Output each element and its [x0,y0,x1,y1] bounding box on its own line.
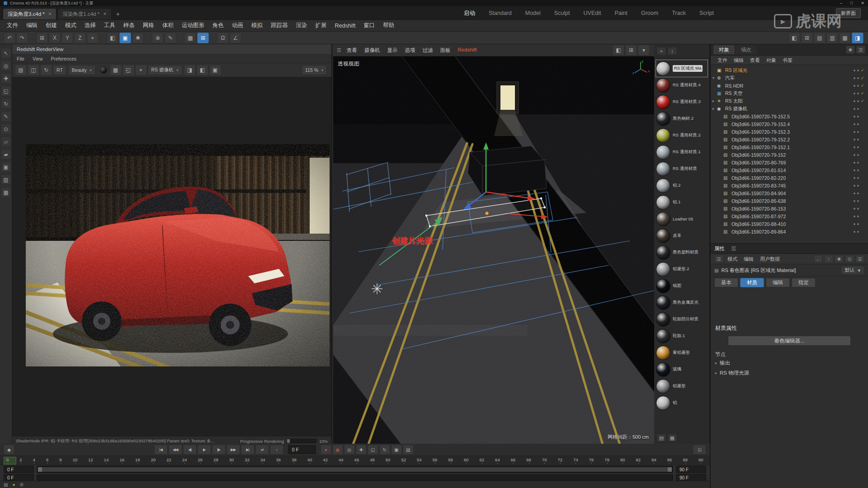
viewport-menu-item[interactable]: Redshift [454,47,480,54]
render-settings-icon[interactable]: ✱ [132,33,144,43]
expand-icon[interactable]: ▸ [712,99,717,103]
editor-visibility-dot[interactable] [854,192,855,194]
object-row[interactable]: ▣ RS 区域光 ✓ [712,66,866,74]
viewport-menu-item[interactable]: 过滤 [419,47,436,54]
add-spline-icon[interactable]: ✎ [165,33,176,43]
next-key-button[interactable]: ▶▶ [226,445,240,455]
menubar-item[interactable]: 创建 [42,22,61,29]
object-row[interactable]: ▦ RS 天空 ✓ [712,89,866,97]
attribute-tab[interactable]: 指定 [792,278,816,287]
editor-visibility-dot[interactable] [854,231,855,233]
preview-range-slider[interactable] [37,466,673,473]
viewport-menu-item[interactable]: 摄像机 [361,47,384,54]
measure-tool-icon[interactable]: ∠ [230,33,241,43]
editor-visibility-dot[interactable] [854,85,855,87]
material-preview-sphere[interactable] [656,95,670,109]
object-row[interactable]: ▧ Obj3d66-1590720-85-638 [712,197,866,205]
new-ui-button[interactable]: 新界面 [836,8,861,18]
autokey-button[interactable]: ◉ [332,445,343,455]
layout-tab[interactable]: 启动 [464,9,475,17]
model-mode-icon[interactable]: ▣ [1,162,11,172]
render-visibility-dot[interactable] [857,131,859,133]
range-start-handle[interactable] [38,467,42,472]
maximize-button[interactable]: □ [850,1,853,5]
attribute-menu-item[interactable]: 模式 [724,256,741,263]
z-axis-toggle[interactable]: Z [74,33,86,43]
status-ok-icon[interactable]: ● [12,482,15,487]
camera-dropdown[interactable]: RS 摄像机 ▾ [148,65,182,75]
object-menu-item[interactable]: 查看 [747,57,763,64]
material-item[interactable]: 铝 [656,394,708,411]
viewport-label[interactable]: 透视视图 [338,60,359,68]
material-item[interactable]: 玻璃 [656,361,708,378]
render-visibility-dot[interactable] [857,200,859,202]
material-grid-view-icon[interactable]: ▦ [668,434,677,442]
attribute-menu-icon[interactable]: ☰ [714,255,723,263]
render-visibility-dot[interactable] [857,116,859,117]
menubar-item[interactable]: 角色 [208,22,228,29]
object-row[interactable]: ▧ Obj3d66-1590720-79-152.5 [712,113,866,120]
object-filter-icon[interactable]: ☰ [856,46,865,54]
attribute-tab[interactable]: 编辑 [766,278,790,287]
workplane-mode-icon[interactable]: ▦ [1,187,11,197]
range-start-field[interactable]: 0 F [4,466,34,473]
material-item[interactable]: 黄铝菱形 [656,344,708,361]
material-item[interactable]: RS 通用材质.4 [656,77,708,94]
object-row[interactable]: ▧ Obj3d66-1590720-79-152.3 [712,128,866,136]
editor-visibility-dot[interactable] [854,162,855,164]
editor-visibility-dot[interactable] [854,93,855,94]
move-tool-icon[interactable]: ✚ [1,73,11,84]
minimize-button[interactable]: – [840,1,842,5]
material-preview-sphere[interactable] [656,78,670,93]
menubar-item[interactable]: 帮助 [379,22,398,29]
render-visibility-dot[interactable] [857,154,859,156]
object-row[interactable]: ▧ Obj3d66-1590720-79-152.2 [712,136,866,143]
status-layout-icon[interactable]: ▤ [4,482,8,487]
object-row[interactable]: ▧ Obj3d66-1590720-80-769 [712,159,866,166]
zoom-dropdown[interactable]: 115 % ▾ [302,65,327,75]
document-tab[interactable]: 渲染角度3.c4d * ✕ [3,8,57,19]
menubar-item[interactable]: 渲染 [292,22,311,29]
prev-frame-button[interactable]: ◀| [183,445,197,455]
add-primitive-icon[interactable]: ⊕ [152,33,164,43]
viewport-menu-item[interactable]: 面板 [436,47,454,54]
material-preview-sphere[interactable] [656,128,670,143]
object-menu-item[interactable]: 对象 [763,57,779,64]
object-row[interactable]: ▧ Obj3d66-1590720-87-972 [712,212,866,220]
attr-back-icon[interactable]: ← [814,255,823,263]
object-enabled-check[interactable]: ✓ [859,68,866,73]
next-frame-button[interactable]: |▶ [212,445,226,455]
copy-image-icon[interactable]: ◫ [28,65,39,75]
editor-visibility-dot[interactable] [854,200,855,202]
material-item[interactable]: 黑色塑料材质 [656,244,708,261]
layout-single-view-icon[interactable]: ◧ [788,33,800,43]
close-tab-icon[interactable]: ✕ [103,12,107,16]
layout-tab[interactable]: Track [672,10,686,16]
editor-visibility-dot[interactable] [854,223,855,225]
attr-search-icon[interactable]: ✱ [835,255,844,263]
material-item[interactable]: 铝菱形 [656,378,708,394]
last-tool-icon[interactable]: ✎ [1,111,11,122]
render-visibility-dot[interactable] [857,192,859,194]
material-item[interactable]: 铝.2 [656,177,708,194]
close-tab-icon[interactable]: ✕ [48,12,52,16]
new-document-tab-button[interactable]: + [113,9,123,19]
material-preview-sphere[interactable] [656,178,670,193]
document-range-bar[interactable] [37,474,673,481]
render-visibility-dot[interactable] [857,208,859,210]
viewport-menu-item[interactable]: 查看 [343,47,361,54]
rt-toggle-button[interactable]: RT [53,65,66,75]
record-position-button[interactable]: ✚ [356,445,367,455]
layout-tab[interactable]: UVEdit [584,10,601,16]
object-row[interactable]: ▧ Obj3d66-1590720-82-220 [712,174,866,182]
render-picture-viewer-icon[interactable]: ▣ [119,33,131,43]
save-image-icon[interactable]: ▤ [15,65,27,75]
object-row[interactable]: ▾ ⊕ 汽车 ✓ [712,74,866,82]
render-visibility-dot[interactable] [857,123,859,125]
object-enabled-check[interactable]: ✓ [859,75,866,80]
preview-range-fill[interactable] [38,467,672,472]
viewport-canvas[interactable]: 透视视图 y x z 创建片光源 网格间距：500 cm [333,56,654,444]
range-end-handle[interactable] [668,467,672,472]
material-item[interactable]: RS 通用材质.3 [656,94,708,110]
play-button[interactable]: ▶ [198,445,211,455]
